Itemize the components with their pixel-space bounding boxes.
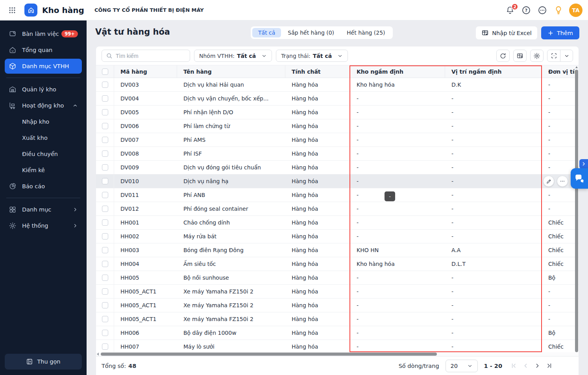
cell-name: Phí ISF bbox=[177, 147, 285, 160]
table-row[interactable]: DV011 Phí ANB Hàng hóa - - - bbox=[96, 188, 579, 202]
sidebar-item-he-thong[interactable]: Hệ thống bbox=[5, 218, 82, 233]
row-checkbox-cell bbox=[96, 257, 114, 271]
column-header-default-location[interactable]: Vị trí ngầm định bbox=[445, 65, 542, 78]
whats-new-icon[interactable] bbox=[553, 5, 564, 16]
chevron-down-icon[interactable] bbox=[560, 50, 573, 61]
table-row[interactable]: HH005 Bộ nồi sunhouse Hàng hóa - - Bộ bbox=[96, 271, 579, 285]
sidebar-item-quan-ly-kho[interactable]: Quản lý kho bbox=[5, 82, 82, 97]
bell-icon[interactable]: 2 bbox=[505, 5, 516, 16]
column-header-nature[interactable]: Tính chất bbox=[285, 65, 350, 78]
table-row[interactable]: HH001 Chảo chống dính Hàng hóa - - Chiếc bbox=[96, 216, 579, 230]
column-header-unit[interactable]: Đơn vị tính bbox=[542, 65, 575, 78]
row-checkbox[interactable] bbox=[102, 302, 108, 308]
table-row[interactable]: DV005 Phí nhận lệnh D/O Hàng hóa - - - bbox=[96, 106, 579, 119]
sidebar-item-kiem-ke[interactable]: Kiểm kê bbox=[5, 163, 82, 178]
avatar[interactable]: TA bbox=[569, 4, 582, 17]
horizontal-scrollbar[interactable] bbox=[96, 352, 579, 356]
horizontal-scrollbar-thumb[interactable] bbox=[101, 353, 437, 356]
row-checkbox[interactable] bbox=[102, 261, 108, 267]
collapse-sidebar-button[interactable]: Thu gọn bbox=[5, 354, 82, 369]
table-row[interactable]: DV003 Dịch vụ khai Hải quan Hàng hóa Kho… bbox=[96, 78, 579, 92]
home-logo-icon[interactable] bbox=[24, 4, 37, 17]
row-checkbox[interactable] bbox=[102, 343, 108, 350]
table-row[interactable]: HH005_ACT1 Xe máy Yamaha FZ150i 2 Hàng h… bbox=[96, 299, 579, 312]
edit-pencil-icon[interactable] bbox=[543, 176, 554, 187]
row-checkbox[interactable] bbox=[102, 275, 108, 281]
row-checkbox[interactable] bbox=[102, 150, 108, 157]
table-row[interactable]: DV009 Dịch vụ đóng gói tiêu chuẩn Hàng h… bbox=[96, 161, 579, 175]
row-checkbox[interactable] bbox=[102, 219, 108, 226]
row-checkbox[interactable] bbox=[102, 123, 108, 129]
sidebar-item-danh-muc[interactable]: Danh mục bbox=[5, 202, 82, 217]
column-header-name[interactable]: Tên hàng bbox=[177, 65, 285, 78]
panel-expand-button[interactable] bbox=[579, 159, 588, 169]
tab-out-of-stock[interactable]: Hết hàng (25) bbox=[341, 28, 391, 37]
scroll-up-arrow-icon[interactable] bbox=[575, 66, 578, 68]
row-checkbox[interactable] bbox=[102, 82, 108, 88]
gear-icon[interactable] bbox=[530, 50, 544, 62]
rows-per-page-select[interactable]: 20 bbox=[446, 360, 478, 372]
column-header-default-warehouse[interactable]: Kho ngầm định bbox=[350, 65, 445, 78]
table-row[interactable]: HH005_ACT1 Xe máy Yamaha FZ150i 2 Hàng h… bbox=[96, 312, 579, 326]
chat-widget-button[interactable] bbox=[571, 168, 588, 189]
sidebar-item-hoat-dong-kho[interactable]: Hoạt động kho bbox=[5, 98, 82, 113]
sidebar-item-bao-cao[interactable]: Báo cáo bbox=[5, 179, 82, 194]
first-page-icon[interactable] bbox=[508, 361, 519, 371]
tab-low-stock[interactable]: Sắp hết hàng (0) bbox=[282, 28, 340, 37]
vertical-scrollbar-thumb[interactable] bbox=[575, 70, 578, 352]
row-checkbox[interactable] bbox=[102, 206, 108, 212]
more-icon[interactable] bbox=[537, 5, 548, 16]
help-icon[interactable]: ? bbox=[521, 5, 532, 16]
table-row[interactable]: HH003 Bóng điên Rạng Đông Hàng hóa KHO H… bbox=[96, 243, 579, 257]
row-checkbox[interactable] bbox=[102, 178, 108, 184]
status-filter-select[interactable]: Trạng thái: Tất cả bbox=[276, 50, 348, 62]
row-checkbox[interactable] bbox=[102, 164, 108, 171]
table-row[interactable]: DV006 Phí làm chứng từ Hàng hóa - - - bbox=[96, 119, 579, 133]
select-all-checkbox[interactable] bbox=[102, 69, 108, 75]
table-row[interactable]: HH006 Bộ dây điện 1000w Hàng hóa - - Bộ bbox=[96, 326, 579, 340]
sidebar-item-dieu-chuyen[interactable]: Điều chuyển bbox=[5, 147, 82, 162]
apps-grid-icon[interactable] bbox=[6, 4, 18, 16]
sidebar-item-danh-muc-vthh[interactable]: Danh mục VTHH bbox=[5, 59, 82, 74]
row-checkbox[interactable] bbox=[102, 192, 108, 198]
table-row[interactable]: DV008 Phí ISF Hàng hóa - - - bbox=[96, 147, 579, 161]
expand-icon[interactable] bbox=[547, 50, 560, 61]
sidebar-item-nhap-kho[interactable]: Nhập kho bbox=[5, 114, 82, 129]
sidebar-item-tong-quan[interactable]: Tổng quan bbox=[5, 43, 82, 58]
vertical-scrollbar[interactable] bbox=[575, 66, 578, 352]
sidebar-item-xuat-kho[interactable]: Xuất kho bbox=[5, 130, 82, 145]
row-checkbox[interactable] bbox=[102, 95, 108, 102]
table-row[interactable]: HH007 Máy lò sưởi Hàng hóa - - Chiếc bbox=[96, 340, 579, 352]
sidebar-item-label: Hoạt động kho bbox=[22, 102, 64, 109]
table-row[interactable]: HH002 Máy rửa bát Hàng hóa - - Chiếc bbox=[96, 230, 579, 243]
sidebar-item-ban-lam-viec[interactable]: Bàn làm việc 99+ bbox=[5, 26, 82, 41]
search-input[interactable] bbox=[116, 53, 186, 59]
table-row[interactable]: DV007 Phí AMS Hàng hóa - - - bbox=[96, 133, 579, 147]
row-checkbox[interactable] bbox=[102, 233, 108, 239]
scroll-left-arrow-icon[interactable] bbox=[97, 353, 99, 356]
row-checkbox[interactable] bbox=[102, 288, 108, 295]
more-actions-icon[interactable] bbox=[557, 176, 568, 187]
cell-code: HH006 bbox=[114, 326, 177, 340]
table-row[interactable]: HH004 Ấm siêu tốc Hàng hóa Kho hàng hóa … bbox=[96, 257, 579, 271]
table-row[interactable]: HH005_ACT1 Xe máy Yamaha FZ150i 2 Hàng h… bbox=[96, 285, 579, 299]
prev-page-icon[interactable] bbox=[520, 361, 531, 371]
row-checkbox[interactable] bbox=[102, 247, 108, 253]
row-checkbox[interactable] bbox=[102, 330, 108, 336]
tab-all[interactable]: Tất cả bbox=[252, 28, 281, 37]
row-checkbox[interactable] bbox=[102, 109, 108, 115]
group-filter-select[interactable]: Nhóm VTHH: Tất cả bbox=[194, 50, 272, 62]
next-page-icon[interactable] bbox=[532, 361, 542, 371]
last-page-icon[interactable] bbox=[544, 361, 554, 371]
refresh-icon[interactable] bbox=[496, 50, 510, 62]
add-button[interactable]: Thêm bbox=[541, 26, 579, 39]
export-table-icon[interactable] bbox=[513, 50, 527, 62]
table-row[interactable]: DV004 Dịch vụ vận chuyển, bốc xếp... Hàn… bbox=[96, 92, 579, 106]
column-header-code[interactable]: Mã hàng bbox=[114, 65, 177, 78]
row-checkbox[interactable] bbox=[102, 316, 108, 322]
import-excel-button[interactable]: Nhập từ Excel bbox=[476, 26, 537, 39]
table-row[interactable]: DV010 Dịch vụ nâng hạ Hàng hóa - - - bbox=[96, 175, 579, 188]
overview-icon bbox=[9, 46, 17, 54]
table-row[interactable]: DV012 Phí đóng seal container Hàng hóa -… bbox=[96, 202, 579, 216]
row-checkbox[interactable] bbox=[102, 137, 108, 143]
